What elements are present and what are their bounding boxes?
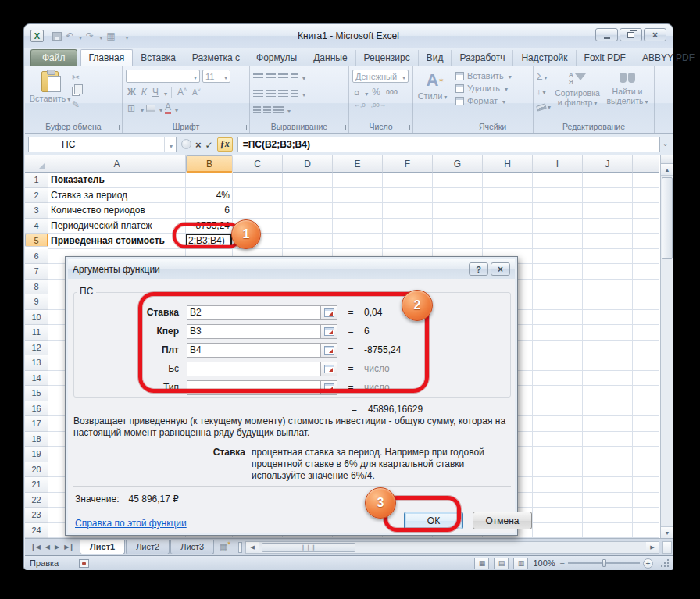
tab-данные[interactable]: Данные [305, 50, 355, 66]
name-box[interactable]: ПС [28, 137, 177, 152]
cell-J24[interactable] [583, 523, 633, 539]
scroll-down-icon[interactable]: ▼ [661, 526, 673, 538]
paste-button[interactable]: Вставить [28, 70, 72, 120]
cell-partial-9[interactable] [633, 294, 659, 310]
cell-H2[interactable] [483, 188, 533, 204]
datasheet-icon[interactable] [106, 30, 115, 41]
cell-I7[interactable] [533, 264, 583, 280]
normal-view-icon[interactable]: ▦ [474, 558, 489, 569]
font-size-select[interactable]: 11 [202, 70, 230, 83]
tab-file[interactable]: Файл [30, 49, 77, 66]
zoom-slider[interactable]: − + [560, 558, 653, 569]
cell-partial-3[interactable] [633, 203, 659, 219]
scroll-left-icon[interactable]: ◀ [246, 542, 259, 553]
align-right-icon[interactable] [278, 90, 288, 97]
borders-icon[interactable] [126, 103, 137, 114]
cell-partial-2[interactable] [633, 188, 659, 204]
cell-C2[interactable] [233, 188, 283, 204]
undo-dropdown-icon[interactable] [77, 29, 82, 43]
column-header-F[interactable]: F [383, 155, 433, 173]
alignment-dialog-launcher-icon[interactable] [341, 125, 346, 130]
cell-F3[interactable] [383, 203, 433, 219]
close-button[interactable] [644, 28, 666, 41]
cell-J3[interactable] [583, 203, 633, 219]
undo-icon[interactable] [66, 30, 73, 41]
prev-sheet-icon[interactable]: ◀ [43, 544, 52, 551]
row-header-10[interactable]: 10 [25, 310, 48, 326]
column-header-I[interactable]: I [533, 155, 583, 173]
cell-partial-4[interactable] [633, 219, 659, 234]
tab-вид[interactable]: Вид [419, 50, 452, 66]
horizontal-split-handle[interactable] [662, 541, 672, 554]
dialog-help-button[interactable]: ? [469, 262, 488, 276]
zoom-out-icon[interactable]: − [560, 558, 565, 568]
cell-G4[interactable] [433, 219, 483, 234]
cell-partial-24[interactable] [633, 523, 659, 539]
cell-partial-12[interactable] [633, 341, 659, 356]
increase-indent-icon[interactable] [263, 106, 271, 113]
last-sheet-icon[interactable]: ▶❙ [62, 544, 77, 551]
cell-J22[interactable] [583, 493, 633, 508]
cell-A2[interactable]: Ставка за период [48, 188, 186, 204]
format-painter-icon[interactable] [72, 100, 80, 110]
insert-worksheet-icon[interactable]: ▦ [215, 542, 232, 552]
column-header-G[interactable]: G [433, 155, 483, 173]
tab-разметка-с[interactable]: Разметка с [184, 50, 248, 66]
cell-J12[interactable] [583, 341, 633, 356]
merge-center-icon[interactable] [291, 90, 298, 97]
expand-formula-bar-icon[interactable]: ⌄ [660, 141, 670, 148]
select-all-corner[interactable] [25, 155, 48, 173]
align-bottom-icon[interactable] [278, 73, 288, 80]
cell-H5[interactable] [483, 234, 533, 249]
cell-I19[interactable] [533, 447, 583, 462]
clear-icon[interactable] [536, 103, 547, 111]
cell-partial-6[interactable] [633, 249, 659, 265]
cell-J9[interactable] [583, 294, 633, 310]
cell-I8[interactable] [533, 280, 583, 295]
font-color-icon[interactable]: А [165, 103, 171, 114]
cell-B2[interactable]: 4% [186, 188, 233, 204]
cell-F5[interactable] [383, 234, 433, 249]
row-header-18[interactable]: 18 [25, 432, 48, 447]
shrink-font-button[interactable]: А [191, 87, 202, 97]
wrap-text-icon[interactable] [273, 106, 284, 113]
cell-I24[interactable] [533, 523, 583, 539]
vertical-scroll-thumb[interactable] [662, 177, 673, 259]
cell-J8[interactable] [583, 280, 633, 295]
row-header-1[interactable]: 1 [25, 173, 48, 188]
cell-F1[interactable] [383, 173, 433, 188]
number-format-select[interactable]: Денежный [352, 70, 409, 83]
zoom-thumb[interactable] [602, 559, 606, 567]
align-top-icon[interactable] [253, 73, 263, 80]
cell-J23[interactable] [583, 508, 633, 523]
number-dialog-launcher-icon[interactable] [405, 125, 410, 130]
row-header-21[interactable]: 21 [25, 477, 48, 493]
cell-J5[interactable] [583, 234, 633, 249]
row-header-7[interactable]: 7 [25, 264, 48, 280]
cell-C1[interactable] [233, 173, 283, 188]
dialog-title-bar[interactable]: Аргументы функции ? [68, 259, 515, 279]
cell-E4[interactable] [333, 219, 383, 234]
thousands-icon[interactable]: 000 [384, 88, 399, 96]
cancel-button[interactable]: Отмена [473, 512, 532, 529]
cell-J16[interactable] [583, 401, 633, 417]
cell-D1[interactable] [283, 173, 333, 188]
cell-J18[interactable] [583, 432, 633, 447]
row-header-4[interactable]: 4 [25, 219, 48, 234]
currency-icon[interactable] [352, 87, 361, 98]
cell-C3[interactable] [233, 203, 283, 219]
tab-разработч[interactable]: Разработч [452, 50, 513, 66]
column-header-A[interactable]: A [48, 155, 186, 173]
cell-G2[interactable] [433, 188, 483, 204]
cancel-entry-icon[interactable] [195, 137, 202, 152]
row-header-14[interactable]: 14 [25, 371, 48, 387]
percent-icon[interactable]: % [370, 87, 382, 98]
column-header-C[interactable]: C [233, 155, 283, 173]
cell-J14[interactable] [583, 371, 633, 387]
row-header-5[interactable]: 5 [25, 234, 48, 247]
row-header-9[interactable]: 9 [25, 294, 48, 310]
cut-icon[interactable] [72, 73, 80, 83]
cell-H3[interactable] [483, 203, 533, 219]
cell-J13[interactable] [583, 355, 633, 371]
cell-I3[interactable] [533, 203, 583, 219]
